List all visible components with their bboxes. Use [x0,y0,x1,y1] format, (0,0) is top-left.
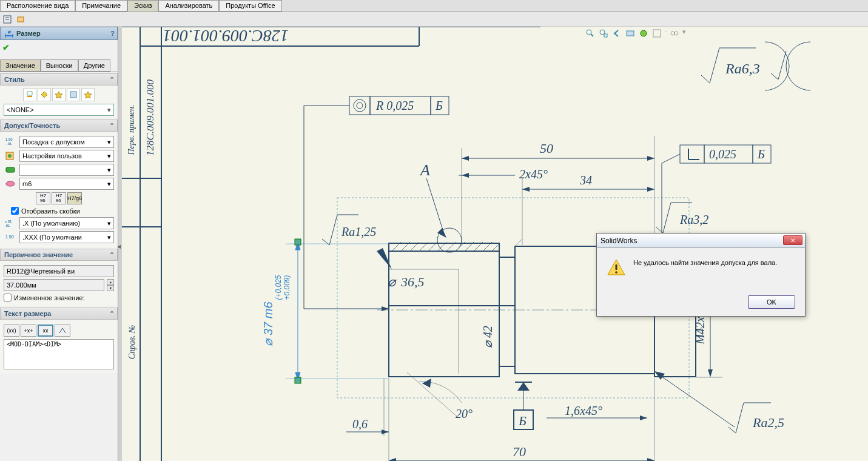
dialog-message: Не удалось найти значения допуска для ва… [633,258,777,266]
xxx-precision-combo[interactable]: .XXX (По умолчани [19,231,114,243]
fmt-btn-1[interactable]: (xx) [4,325,19,337]
drawing-canvas[interactable]: - ▾ 128С.009.001.001 Перв. примен. 128С.… [122,27,868,461]
section-view-icon[interactable] [625,28,636,39]
svg-text:Ra1,25: Ra1,25 [341,225,376,238]
prec-icon-1: x.01.01 [4,218,17,229]
panel-icon-1[interactable] [1,13,13,25]
svg-text:20°: 20° [456,407,473,420]
svg-text:2x45°: 2x45° [519,167,548,181]
hole-icon [4,164,17,175]
svg-marker-105 [654,371,665,380]
dialog-titlebar[interactable]: SolidWorks ✕ [597,234,805,248]
dialog-ok-button[interactable]: OK [748,295,795,309]
tab-office[interactable]: Продукты Office [219,0,281,12]
display-style-icon[interactable] [638,28,649,39]
value-spinner[interactable]: ▴▾ [107,279,114,291]
prev-view-icon[interactable] [611,28,622,39]
dim-text-header[interactable]: Текст размера ⌃ [0,308,118,320]
changed-value-checkbox[interactable] [4,294,12,301]
dialog-close-button[interactable]: ✕ [783,235,802,245]
svg-text:Ra3,2: Ra3,2 [679,213,708,226]
primary-value-header[interactable]: Первичное значение ⌃ [0,249,118,261]
svg-text:50: 50 [540,141,553,156]
style-icon-1[interactable] [23,88,36,101]
tab-analyze[interactable]: Анализировать [158,0,219,12]
subtab-leaders[interactable]: Выноски [41,59,78,72]
warning-icon [607,258,626,277]
links-icon[interactable] [669,28,680,39]
svg-text:Перв. примен.: Перв. примен. [127,105,136,156]
svg-point-151 [615,271,617,274]
fit-type-combo[interactable]: Посадка с допуском [19,136,114,148]
style-icon-3[interactable] [52,88,66,101]
dim-text-area[interactable]: <MOD-DIAM><DIM> [4,339,114,369]
svg-text:128С.009.001.000: 128С.009.001.000 [144,79,156,156]
collapse-icon[interactable]: ⌃ [109,251,115,259]
tab-annotation[interactable]: Примечание [75,0,127,12]
tab-view-layout[interactable]: Расположение вида [0,0,75,12]
shaft-fit-combo[interactable]: m6 [19,178,114,190]
style-icon-4[interactable] [67,88,80,101]
svg-marker-130 [647,458,654,461]
style-icon-5[interactable] [81,88,95,101]
svg-point-12 [8,154,12,158]
help-icon[interactable]: ? [110,30,115,37]
hole-fit-combo[interactable] [19,164,114,176]
toolbar-sep: - [665,28,667,39]
svg-marker-139 [422,379,431,388]
style-combo[interactable]: <NONE> [4,104,114,116]
svg-rect-13 [6,167,15,172]
svg-line-98 [426,178,443,232]
svg-text:x.01: x.01 [5,220,12,223]
collapse-icon[interactable]: ⌃ [109,122,115,130]
style-header[interactable]: Стиль ⌃ [0,73,118,86]
svg-marker-99 [437,228,446,238]
style-icon-2[interactable] [38,88,51,101]
tolerance-header[interactable]: Допуск/Точность ⌃ [0,119,118,132]
document-tabs: Расположение вида Примечание Эскиз Анали… [0,0,868,12]
pm-sub-tabs: Значение Выноски Другие [0,59,118,72]
panel-icon-2[interactable] [15,13,27,25]
tol-display-3[interactable]: H7/g6 [67,192,82,204]
svg-text:Б: Б [757,147,765,161]
fmt-btn-4[interactable] [55,325,70,337]
shaft-icon [4,178,17,189]
ok-check-icon[interactable]: ✔ [2,42,10,52]
show-brackets-checkbox[interactable] [11,207,19,215]
primary-val-field[interactable]: 37.000мм [4,279,104,291]
collapse-icon[interactable]: ⌃ [109,76,115,84]
subtab-other[interactable]: Другие [78,59,110,72]
svg-line-79 [662,154,680,163]
dialog-title-text: SolidWorks [601,237,637,245]
fmt-btn-3[interactable]: xx [38,325,53,337]
svg-text:Б: Б [518,413,527,428]
zoom-fit-icon[interactable] [585,28,596,39]
user-settings-combo[interactable]: Настройки пользов [19,150,114,162]
tol-display-1[interactable]: H796 [36,192,50,204]
dropdown-icon[interactable]: ▾ [682,28,686,39]
svg-marker-94 [462,173,469,178]
svg-marker-84 [647,156,654,161]
collapse-icon[interactable]: ⌃ [109,310,115,318]
primary-ref-field[interactable]: RD12@Чертежный ви [4,265,114,277]
svg-text:.01: .01 [5,224,10,227]
subtab-value[interactable]: Значение [0,59,41,72]
svg-point-25 [671,32,675,35]
tol-display-2[interactable]: H796 [52,192,66,204]
svg-rect-40 [499,257,515,366]
svg-marker-122 [708,369,713,377]
svg-text:⌀: ⌀ [388,274,397,289]
svg-point-23 [641,30,647,36]
fmt-btn-2[interactable]: +x+ [21,325,36,337]
zoom-area-icon[interactable] [598,28,609,39]
svg-text:1,6x45°: 1,6x45° [565,404,602,417]
svg-rect-24 [653,30,661,37]
svg-text:А: А [419,161,430,179]
svg-marker-71 [382,306,389,311]
tab-sketch[interactable]: Эскиз [127,0,158,12]
svg-point-63 [357,103,363,109]
hide-show-icon[interactable] [651,28,662,39]
x-precision-combo[interactable]: .X (По умолчанию) [19,217,114,229]
svg-text:1.50: 1.50 [5,235,14,239]
svg-text:+0,009): +0,009) [283,275,291,300]
